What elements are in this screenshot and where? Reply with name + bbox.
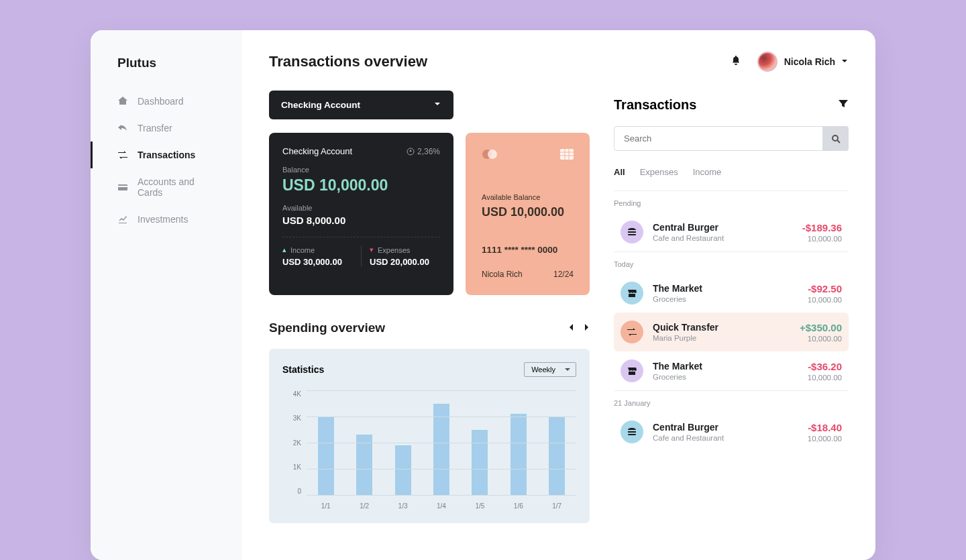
sidebar: Plutus Dashboard Transfer Transactions A… <box>91 30 242 560</box>
nav-transfer[interactable]: Transfer <box>91 115 242 142</box>
tx-title: The Market <box>653 283 808 294</box>
nav-label: Dashboard <box>138 96 184 107</box>
transaction-row[interactable]: The MarketGroceries -$92.5010,000.00 <box>614 274 849 313</box>
nav-label: Transfer <box>138 123 172 133</box>
transaction-row[interactable]: Quick TransferMaria Purple +$350.0010,00… <box>614 313 849 351</box>
nav-dashboard[interactable]: Dashboard <box>91 88 242 115</box>
tx-title: Central Burger <box>653 222 802 233</box>
group-pending: Pending <box>614 199 849 207</box>
available-label: Available <box>282 204 440 212</box>
tx-amount: -$189.36 <box>802 222 842 233</box>
transactions-title: Transactions <box>614 97 696 113</box>
svg-point-4 <box>488 150 497 159</box>
search-input[interactable] <box>614 126 823 151</box>
store-icon <box>621 359 643 382</box>
income-value: USD 30,000.00 <box>282 257 353 267</box>
tx-sub: Groceries <box>653 373 808 381</box>
available-value: USD 8,000.00 <box>282 215 440 226</box>
home-icon <box>117 96 128 107</box>
tx-title: Central Burger <box>653 422 808 433</box>
svg-point-10 <box>833 135 838 141</box>
transaction-row[interactable]: The MarketGroceries -$36.2010,000.00 <box>614 351 849 390</box>
store-icon <box>621 282 643 304</box>
bar <box>356 435 372 495</box>
cards-icon <box>117 182 128 192</box>
tx-sub: Groceries <box>653 295 808 303</box>
period-select[interactable]: Weekly <box>524 362 576 377</box>
filter-icon[interactable] <box>838 99 849 112</box>
bell-icon[interactable] <box>731 55 741 68</box>
tx-amount: +$350.00 <box>800 322 842 333</box>
brand-logo: Plutus <box>91 56 242 88</box>
account-selector[interactable]: Checking Account <box>269 91 453 119</box>
main-content: Transactions overview Nicola Rich Checki… <box>242 30 875 560</box>
expenses-label: Expenses <box>378 246 410 254</box>
tx-sub: Cafe and Restaurant <box>653 234 802 242</box>
credit-card: Available Balance USD 10,000.00 1111 ***… <box>466 133 590 295</box>
nav-label: Investments <box>138 214 188 225</box>
stats-card: Statistics Weekly 4K3K2K1K0 1/11/21/31/4… <box>269 349 590 523</box>
page-title: Transactions overview <box>269 53 427 70</box>
caret-down-icon: ▾ <box>370 245 374 254</box>
bar <box>395 445 411 495</box>
group-today: Today <box>614 260 849 268</box>
bar-chart: 4K3K2K1K0 1/11/21/31/41/51/61/7 <box>282 390 576 510</box>
tx-balance: 10,000.00 <box>808 374 842 382</box>
chevron-left-icon[interactable] <box>568 322 575 334</box>
svg-rect-5 <box>560 149 574 160</box>
nav-investments[interactable]: Investments <box>91 206 242 233</box>
reply-icon <box>117 123 128 133</box>
burger-icon <box>621 421 643 443</box>
chevron-down-icon <box>433 100 441 110</box>
tx-sub: Cafe and Restaurant <box>653 434 808 442</box>
burger-icon <box>621 221 643 243</box>
card-number: 1111 **** **** 0000 <box>482 245 574 255</box>
nav-transactions[interactable]: Transactions <box>91 142 242 168</box>
income-label: Income <box>290 246 315 254</box>
bar <box>318 416 334 495</box>
chevron-right-icon[interactable] <box>583 322 590 334</box>
account-card: Checking Account 2,36% Balance USD 10,00… <box>269 133 453 295</box>
bar <box>511 414 527 495</box>
tab-expenses[interactable]: Expenses <box>640 167 678 177</box>
card-expiry: 12/24 <box>553 270 574 279</box>
bar <box>549 416 565 495</box>
tx-balance: 10,000.00 <box>808 296 842 304</box>
group-jan21: 21 January <box>614 399 849 407</box>
expenses-value: USD 20,000.00 <box>370 257 440 267</box>
tx-amount: -$92.50 <box>808 283 842 294</box>
left-column: Checking Account Checking Account 2,36% … <box>269 91 590 523</box>
mastercard-icon <box>482 149 499 162</box>
search-icon <box>831 134 841 144</box>
tx-balance: 10,000.00 <box>802 235 842 243</box>
account-selector-label: Checking Account <box>281 100 360 110</box>
tx-title: The Market <box>653 361 808 372</box>
tx-sub: Maria Purple <box>653 334 800 342</box>
transaction-row[interactable]: Central BurgerCafe and Restaurant -$189.… <box>614 213 849 251</box>
balance-value: USD 10,000.00 <box>282 176 440 194</box>
svg-line-11 <box>837 140 840 143</box>
svg-rect-1 <box>118 186 127 187</box>
tab-all[interactable]: All <box>614 167 625 177</box>
spending-title: Spending overview <box>269 321 385 335</box>
chart-icon <box>117 214 128 225</box>
transfer-icon <box>621 321 643 343</box>
nav-accounts[interactable]: Accounts and Cards <box>91 168 242 206</box>
user-name: Nicola Rich <box>784 56 835 67</box>
tx-balance: 10,000.00 <box>800 335 842 343</box>
user-area: Nicola Rich <box>731 52 849 72</box>
balance-label: Balance <box>282 166 440 174</box>
transaction-row[interactable]: Central BurgerCafe and Restaurant -$18.4… <box>614 412 849 451</box>
search-button[interactable] <box>823 126 849 151</box>
avatar[interactable] <box>757 52 777 72</box>
tx-title: Quick Transfer <box>653 322 800 333</box>
topbar: Transactions overview Nicola Rich <box>269 52 849 72</box>
tab-income[interactable]: Income <box>693 167 722 177</box>
account-name: Checking Account <box>282 146 352 156</box>
nav-label: Transactions <box>138 150 195 160</box>
app-window: Plutus Dashboard Transfer Transactions A… <box>91 30 875 560</box>
transactions-panel: Transactions All Expenses Income Pending <box>614 91 849 523</box>
chevron-down-icon[interactable] <box>841 56 849 68</box>
card-balance-label: Available Balance <box>482 193 574 201</box>
bar <box>472 430 488 496</box>
